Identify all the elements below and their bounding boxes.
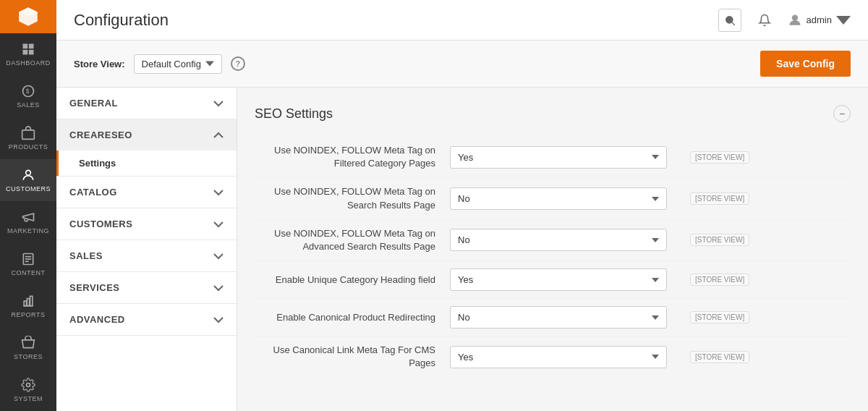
sidebar-item-reports[interactable]: REPORTS bbox=[0, 285, 56, 327]
settings-select-noindex-filtered[interactable]: YesNo bbox=[450, 146, 667, 169]
nav-section-services-header[interactable]: SERVICES bbox=[56, 272, 237, 303]
sidebar-item-stores[interactable]: STORES bbox=[0, 327, 56, 369]
chevron-up-icon bbox=[213, 130, 224, 140]
svg-text:$: $ bbox=[26, 88, 30, 95]
sidebar-item-products[interactable]: PRODUCTS bbox=[0, 117, 56, 159]
settings-label-unique-category-heading: Enable Unique Category Heading field bbox=[255, 274, 450, 287]
settings-row-noindex-filtered: Use NOINDEX, FOLLOW Meta Tag on Filtered… bbox=[255, 137, 851, 178]
store-view-value: Default Config bbox=[142, 59, 201, 69]
chevron-down-icon bbox=[213, 187, 224, 198]
sidebar-item-sales[interactable]: $ SALES bbox=[0, 75, 56, 117]
nav-section-creareseo-header[interactable]: CREARESEO bbox=[56, 119, 237, 151]
chevron-down-icon bbox=[205, 59, 214, 68]
nav-section-general: GENERAL bbox=[56, 88, 237, 119]
notifications-button[interactable] bbox=[753, 9, 776, 32]
settings-control-noindex-filtered: YesNo bbox=[450, 146, 681, 169]
settings-select-noindex-advanced-search[interactable]: YesNo bbox=[450, 229, 667, 251]
chevron-down-icon bbox=[213, 283, 224, 293]
settings-row-noindex-search: Use NOINDEX, FOLLOW Meta Tag on Search R… bbox=[255, 178, 851, 219]
nav-section-advanced-label: ADVANCED bbox=[69, 314, 125, 325]
nav-section-advanced-header[interactable]: ADVANCED bbox=[56, 304, 237, 335]
store-view-select[interactable]: Default Config bbox=[134, 54, 222, 74]
nav-section-customers-header[interactable]: CUSTOMERS bbox=[56, 208, 237, 240]
settings-label-noindex-search: Use NOINDEX, FOLLOW Meta Tag on Search R… bbox=[255, 185, 450, 211]
seo-panel-title: SEO Settings bbox=[255, 106, 333, 122]
content-area: GENERAL CREARESEO Settings CATALOG bbox=[56, 88, 868, 411]
svg-rect-15 bbox=[30, 296, 33, 305]
settings-control-canonical-redirect: YesNo bbox=[450, 306, 681, 329]
sidebar-item-reports-label: REPORTS bbox=[12, 311, 46, 318]
svg-point-7 bbox=[26, 170, 31, 175]
store-view-badge-noindex-filtered: [STORE VIEW] bbox=[690, 151, 749, 164]
settings-control-unique-category-heading: YesNo bbox=[450, 268, 681, 291]
topbar-actions: admin bbox=[718, 9, 851, 32]
sidebar-item-marketing[interactable]: MARKETING bbox=[0, 201, 56, 243]
sidebar-item-dashboard-label: DASHBOARD bbox=[6, 59, 51, 67]
sidebar-item-dashboard[interactable]: DASHBOARD bbox=[0, 33, 56, 75]
settings-label-noindex-filtered: Use NOINDEX, FOLLOW Meta Tag on Filtered… bbox=[255, 144, 450, 170]
sidebar-item-customers[interactable]: CUSTOMERS bbox=[0, 159, 56, 201]
svg-rect-2 bbox=[23, 50, 28, 55]
nav-section-general-label: GENERAL bbox=[69, 98, 118, 109]
sidebar-logo[interactable] bbox=[0, 0, 56, 33]
nav-section-creareseo: CREARESEO Settings bbox=[56, 119, 237, 177]
sidebar-item-content-label: CONTENT bbox=[12, 269, 46, 276]
store-bar: Store View: Default Config ? Save Config bbox=[56, 41, 868, 88]
settings-control-noindex-advanced-search: YesNo bbox=[450, 229, 681, 251]
settings-select-noindex-search[interactable]: YesNo bbox=[450, 187, 667, 210]
settings-row-canonical-redirect: Enable Canonical Product RedirectingYesN… bbox=[255, 299, 851, 336]
nav-section-catalog-header[interactable]: CATALOG bbox=[56, 177, 237, 208]
settings-select-canonical-cms[interactable]: YesNo bbox=[450, 346, 667, 368]
sidebar-item-customers-label: CUSTOMERS bbox=[6, 185, 51, 192]
user-name: admin bbox=[807, 14, 832, 25]
nav-section-sales-header[interactable]: SALES bbox=[56, 240, 237, 271]
save-config-button[interactable]: Save Config bbox=[760, 51, 851, 77]
store-view-badge-canonical-cms: [STORE VIEW] bbox=[690, 351, 749, 363]
nav-section-customers: CUSTOMERS bbox=[56, 208, 237, 240]
store-view-badge-unique-category-heading: [STORE VIEW] bbox=[690, 274, 749, 286]
nav-section-catalog-label: CATALOG bbox=[69, 187, 117, 198]
sidebar-item-system-label: SYSTEM bbox=[14, 395, 43, 402]
settings-select-canonical-redirect[interactable]: YesNo bbox=[450, 306, 667, 329]
settings-label-canonical-redirect: Enable Canonical Product Redirecting bbox=[255, 311, 450, 324]
nav-section-services: SERVICES bbox=[56, 272, 237, 304]
settings-control-noindex-search: YesNo bbox=[450, 187, 681, 210]
help-button[interactable]: ? bbox=[231, 56, 245, 71]
svg-point-17 bbox=[726, 16, 732, 22]
store-bar-left: Store View: Default Config ? bbox=[74, 54, 245, 74]
chevron-down-icon bbox=[836, 13, 851, 27]
settings-row-noindex-advanced-search: Use NOINDEX, FOLLOW Meta Tag on Advanced… bbox=[255, 220, 851, 261]
settings-row-canonical-cms: Use Canonical Link Meta Tag For CMS Page… bbox=[255, 336, 851, 377]
sidebar-item-stores-label: STORES bbox=[14, 353, 43, 360]
user-menu[interactable]: admin bbox=[788, 13, 851, 27]
svg-point-16 bbox=[27, 384, 30, 387]
nav-section-sales-label: SALES bbox=[69, 250, 103, 261]
seo-panel: SEO Settings − Use NOINDEX, FOLLOW Meta … bbox=[237, 88, 868, 411]
seo-settings-rows: Use NOINDEX, FOLLOW Meta Tag on Filtered… bbox=[255, 137, 851, 378]
nav-section-catalog: CATALOG bbox=[56, 177, 237, 208]
svg-rect-1 bbox=[29, 44, 34, 49]
nav-section-advanced: ADVANCED bbox=[56, 304, 237, 336]
chevron-down-icon bbox=[213, 251, 224, 261]
svg-rect-6 bbox=[22, 130, 35, 140]
chevron-down-icon bbox=[213, 98, 224, 109]
nav-sub-item-settings[interactable]: Settings bbox=[56, 151, 237, 176]
sidebar: DASHBOARD $ SALES PRODUCTS CUSTOMERS MAR… bbox=[0, 0, 56, 411]
svg-rect-13 bbox=[24, 301, 26, 306]
sidebar-item-content[interactable]: CONTENT bbox=[0, 243, 56, 285]
settings-select-unique-category-heading[interactable]: YesNo bbox=[450, 268, 667, 291]
settings-label-canonical-cms: Use Canonical Link Meta Tag For CMS Page… bbox=[255, 344, 450, 370]
left-nav: GENERAL CREARESEO Settings CATALOG bbox=[56, 88, 237, 411]
search-button[interactable] bbox=[718, 9, 741, 32]
settings-control-canonical-cms: YesNo bbox=[450, 346, 681, 368]
sidebar-item-system[interactable]: SYSTEM bbox=[0, 369, 56, 411]
svg-rect-14 bbox=[27, 299, 29, 306]
settings-label-noindex-advanced-search: Use NOINDEX, FOLLOW Meta Tag on Advanced… bbox=[255, 227, 450, 253]
nav-section-general-header[interactable]: GENERAL bbox=[56, 88, 237, 119]
nav-section-sales: SALES bbox=[56, 240, 237, 272]
store-view-badge-canonical-redirect: [STORE VIEW] bbox=[690, 311, 749, 323]
settings-row-unique-category-heading: Enable Unique Category Heading fieldYesN… bbox=[255, 261, 851, 299]
collapse-button[interactable]: − bbox=[833, 105, 851, 122]
svg-line-18 bbox=[732, 22, 735, 25]
svg-point-19 bbox=[792, 15, 797, 20]
